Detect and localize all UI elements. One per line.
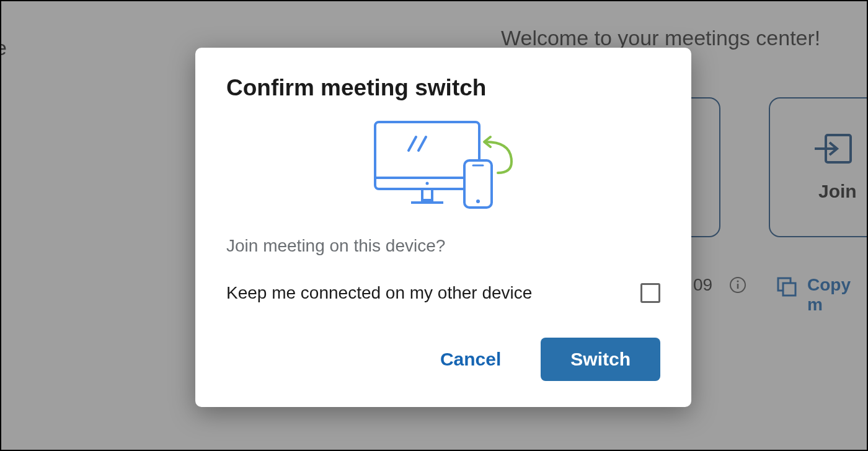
dialog-title: Confirm meeting switch <box>226 75 660 101</box>
svg-line-13 <box>418 137 426 151</box>
keep-connected-row: Keep me connected on my other device <box>226 283 660 303</box>
svg-point-16 <box>476 199 480 203</box>
cancel-button[interactable]: Cancel <box>438 343 503 376</box>
svg-line-12 <box>409 137 416 151</box>
svg-rect-10 <box>422 189 432 200</box>
svg-point-9 <box>426 182 429 185</box>
dialog-question: Join meeting on this device? <box>226 236 660 256</box>
keep-connected-label: Keep me connected on my other device <box>226 283 532 303</box>
device-switch-illustration <box>226 116 660 217</box>
keep-connected-checkbox[interactable] <box>640 283 660 303</box>
confirm-meeting-switch-dialog: Confirm meeting switch <box>195 48 691 407</box>
dialog-actions: Cancel Switch <box>226 338 660 381</box>
switch-button[interactable]: Switch <box>541 338 660 381</box>
app-frame: e Welcome to your meetings center! Join … <box>0 0 868 451</box>
